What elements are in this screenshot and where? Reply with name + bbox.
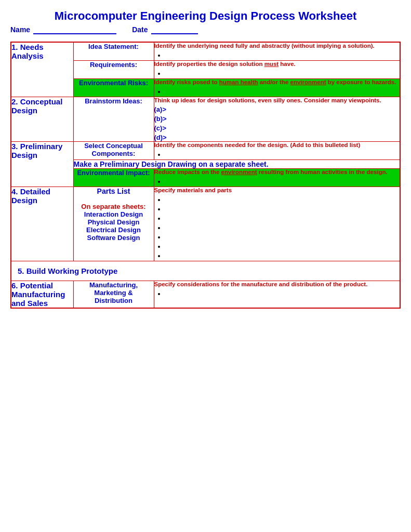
environmental-impact-label: Environmental Impact:: [73, 169, 154, 187]
date-field[interactable]: [151, 25, 198, 34]
parts-bullet-2[interactable]: [166, 205, 400, 213]
idea-statement-instruction: Identify the underlying need fully and a…: [154, 43, 400, 49]
select-components-content: Identify the components needed for the d…: [154, 142, 400, 160]
page-title: Microcomputer Engineering Design Process…: [10, 9, 401, 23]
date-label: Date: [132, 25, 148, 34]
detailed-design-label: 4. DetailedDesign: [11, 187, 73, 261]
drawing-note: Make a Preliminary Design Drawing on a s…: [73, 160, 400, 169]
brainstorm-b[interactable]: (b)>: [154, 115, 400, 123]
select-components-label: Select ConceptualComponents:: [73, 142, 154, 160]
parts-list-instruction: Specify materials and parts: [154, 187, 400, 193]
manufacturing-content: Specify considerations for the manufactu…: [154, 281, 400, 309]
parts-bullet-7[interactable]: [166, 251, 400, 260]
needs-analysis-row-1: 1. NeedsAnalysis Idea Statement: Identif…: [11, 42, 400, 61]
idea-statement-label: Idea Statement:: [73, 42, 154, 61]
brainstorm-d[interactable]: (d)>: [154, 134, 400, 141]
select-components-bullet[interactable]: [166, 150, 400, 158]
parts-bullet-5[interactable]: [166, 233, 400, 241]
interaction-design-item: Interaction Design: [74, 210, 154, 218]
preliminary-design-row-1: 3. PreliminaryDesign Select ConceptualCo…: [11, 142, 400, 160]
requirements-bullet[interactable]: [166, 69, 400, 77]
environmental-impact-content: Reduce impacts on the environment result…: [154, 169, 400, 187]
parts-bullet-1[interactable]: [166, 195, 400, 204]
parts-list-content: Specify materials and parts: [154, 187, 400, 261]
environmental-risks-instruction: Identify risks posed to human health and…: [154, 79, 400, 85]
requirements-content: Identify properties the design solution …: [154, 61, 400, 79]
environmental-impact-bullet[interactable]: [166, 177, 400, 185]
prototype-row: 5. Build Working Prototype: [11, 261, 400, 281]
environmental-risks-content: Identify risks posed to human health and…: [154, 79, 400, 97]
requirements-label: Requirements:: [73, 61, 154, 79]
brainstorm-content: Think up ideas for design solutions, eve…: [154, 97, 400, 142]
brainstorm-label: Brainstorm Ideas:: [73, 97, 154, 142]
manufacturing-row: 6. PotentialManufacturingand Sales Manuf…: [11, 281, 400, 309]
conceptual-design-row: 2. ConceptualDesign Brainstorm Ideas: Th…: [11, 97, 400, 142]
separate-sheets-label: On separate sheets:: [74, 203, 154, 210]
environmental-risks-bullet[interactable]: [166, 87, 400, 96]
physical-design-item: Physical Design: [74, 218, 154, 226]
preliminary-design-label: 3. PreliminaryDesign: [11, 142, 73, 187]
name-field[interactable]: [33, 25, 116, 34]
brainstorm-c[interactable]: (c)>: [154, 124, 400, 132]
manufacturing-label: 6. PotentialManufacturingand Sales: [11, 281, 73, 309]
brainstorm-instruction: Think up ideas for design solutions, eve…: [154, 97, 400, 103]
name-label: Name: [10, 25, 30, 34]
main-table: 1. NeedsAnalysis Idea Statement: Identif…: [10, 42, 401, 309]
parts-bullet-3[interactable]: [166, 214, 400, 222]
software-design-item: Software Design: [74, 234, 154, 242]
idea-statement-content: Identify the underlying need fully and a…: [154, 42, 400, 61]
prototype-label: 5. Build Working Prototype: [11, 261, 400, 281]
brainstorm-a[interactable]: (a)>: [154, 105, 400, 113]
detailed-design-middle: Parts List On separate sheets: Interacti…: [73, 187, 154, 261]
manufacturing-bullet[interactable]: [166, 289, 400, 298]
detailed-design-row: 4. DetailedDesign Parts List On separate…: [11, 187, 400, 261]
separate-sheets-items: Interaction Design Physical Design Elect…: [74, 210, 154, 242]
needs-analysis-label: 1. NeedsAnalysis: [11, 42, 73, 97]
environmental-impact-instruction: Reduce impacts on the environment result…: [154, 169, 400, 175]
idea-statement-bullet[interactable]: [166, 51, 400, 59]
parts-bullet-4[interactable]: [166, 223, 400, 232]
select-components-instruction: Identify the components needed for the d…: [154, 142, 400, 148]
requirements-instruction: Identify properties the design solution …: [154, 61, 400, 67]
parts-list-label: Parts List: [74, 187, 154, 195]
parts-bullet-6[interactable]: [166, 242, 400, 250]
electrical-design-item: Electrical Design: [74, 226, 154, 234]
manufacturing-instruction: Specify considerations for the manufactu…: [154, 281, 400, 287]
environmental-risks-label: Environmental Risks:: [73, 79, 154, 97]
conceptual-design-label: 2. ConceptualDesign: [11, 97, 73, 142]
manufacturing-sub-label: Manufacturing,Marketing &Distribution: [73, 281, 154, 309]
